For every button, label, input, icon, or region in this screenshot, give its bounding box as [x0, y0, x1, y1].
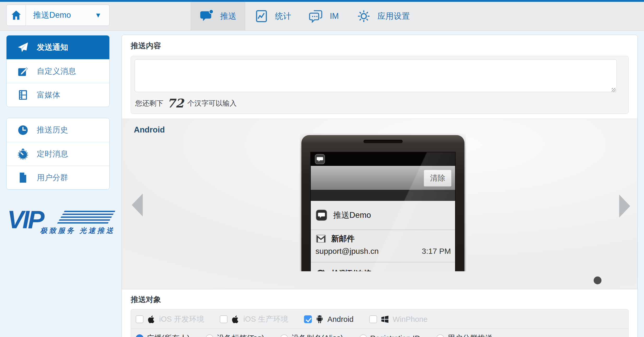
document-icon	[17, 172, 29, 184]
home-icon[interactable]	[7, 5, 26, 26]
clear-notifications-button[interactable]: 清除	[424, 170, 451, 186]
film-strip-icon	[17, 89, 29, 101]
preview-platform-label: Android	[134, 125, 165, 135]
chat-bubble-app-icon	[315, 209, 327, 221]
notification-item-new-mail[interactable]: 新邮件 support@jpush.cn 3:17 PM	[311, 230, 455, 262]
platform-checkbox-row: iOS 开发环境 iOS 生产环境 Android WinPhone	[131, 309, 628, 329]
notification-item-push-demo[interactable]: 推送Demo	[311, 201, 455, 230]
counter-prefix: 您还剩下	[135, 99, 163, 108]
top-navbar: 推送Demo ▼ 推送 统计	[0, 2, 644, 31]
audience-tag[interactable]: 设备标签(Tag)	[206, 333, 264, 337]
vip-logo: VIP 极致服务 光速推送	[7, 209, 112, 235]
push-content-fieldset: 您还剩下 72 个汉字可以输入	[131, 56, 629, 114]
push-content-input[interactable]	[135, 59, 617, 92]
tab-stats[interactable]: 统计	[245, 2, 300, 30]
android-checkbox[interactable]	[304, 315, 312, 323]
notification-item-connection[interactable]: 检测到连接	[311, 262, 455, 271]
sidebar-item-label: 定时消息	[37, 149, 68, 159]
tag-radio[interactable]	[206, 334, 213, 337]
sidebar-compose-group: 发送通知 自定义消息 富媒体	[6, 35, 110, 107]
sidebar-item-label: 富媒体	[37, 90, 60, 100]
carousel-prev-arrow[interactable]	[132, 194, 143, 216]
registration-id-radio[interactable]	[359, 334, 367, 337]
status-chat-bubble-icon	[314, 154, 325, 165]
carousel-next-arrow[interactable]	[619, 195, 630, 218]
preview-section: Android 清除 推送Demo	[122, 119, 637, 289]
notification-sender: support@jpush.cn	[315, 247, 379, 256]
push-target-section: 推送对象 iOS 开发环境 iOS 生产环境 Android	[122, 289, 637, 337]
broadcast-radio[interactable]	[136, 334, 144, 337]
user-segment-radio[interactable]	[436, 334, 444, 337]
audience-radio-row: 广播(所有人) 设备标签(Tag) 设备别名(Alias) Registrati…	[131, 329, 628, 337]
notification-title: 推送Demo	[333, 210, 371, 221]
tab-app-settings[interactable]: 应用设置	[348, 2, 419, 30]
tab-im-label: IM	[330, 11, 339, 21]
char-counter: 您还剩下 72 个汉字可以输入	[135, 97, 237, 109]
sidebar-item-custom-message[interactable]: 自定义消息	[7, 59, 109, 83]
push-target-fieldset: iOS 开发环境 iOS 生产环境 Android WinPhone	[131, 309, 629, 337]
audience-label: 用户分群推送	[447, 333, 493, 337]
counter-suffix: 个汉字可以输入	[187, 99, 237, 108]
sidebar-item-rich-media[interactable]: 富媒体	[7, 83, 109, 107]
sidebar-item-label: 自定义消息	[37, 66, 76, 77]
carousel-dot[interactable]	[594, 276, 601, 284]
audience-broadcast[interactable]: 广播(所有人)	[136, 333, 189, 337]
stats-chart-icon	[254, 9, 269, 23]
notification-list: 推送Demo 新邮件 support@jpush.cn 3:17 PM	[311, 201, 455, 271]
ios-dev-checkbox[interactable]	[136, 315, 144, 323]
platform-ios-prod[interactable]: iOS 生产环境	[220, 314, 288, 324]
audience-registration-id[interactable]: Registration ID	[359, 334, 420, 337]
sidebar-item-label: 发送通知	[37, 42, 68, 53]
tab-stats-label: 统计	[275, 11, 291, 22]
sidebar-item-send-notification[interactable]: 发送通知	[7, 35, 109, 59]
chevron-down-icon: ▼	[95, 11, 109, 19]
apple-icon	[231, 315, 240, 324]
audience-label: 设备标签(Tag)	[217, 333, 264, 337]
android-robot-icon	[315, 315, 324, 324]
vip-speed-lines	[56, 211, 115, 225]
tab-app-settings-label: 应用设置	[377, 11, 410, 22]
winphone-checkbox[interactable]	[369, 315, 377, 323]
phone-status-bar	[311, 152, 455, 166]
platform-ios-dev[interactable]: iOS 开发环境	[136, 314, 204, 324]
apple-icon	[147, 315, 156, 324]
sidebar-item-user-segment[interactable]: 用户分群	[7, 166, 109, 189]
platform-android[interactable]: Android	[304, 315, 354, 324]
counter-value: 72	[167, 97, 184, 109]
phone-bezel: 清除 推送Demo 新邮件	[301, 135, 464, 271]
platform-winphone[interactable]: WinPhone	[369, 315, 428, 324]
top-accent-strip	[0, 0, 644, 2]
platform-label: WinPhone	[393, 315, 428, 324]
edit-pencil-icon	[17, 65, 29, 77]
sidebar-tools-group: 推送历史 定时消息 用户分群	[6, 118, 110, 190]
audience-label: 广播(所有人)	[147, 333, 189, 337]
sidebar-item-push-history[interactable]: 推送历史	[7, 118, 109, 142]
notification-time: 3:17 PM	[422, 247, 451, 256]
audience-user-segment[interactable]: 用户分群推送	[436, 333, 493, 337]
notification-drawer-header: 清除	[311, 166, 455, 190]
platform-label: Android	[327, 315, 354, 324]
paper-plane-icon	[17, 41, 29, 53]
nav-tabs: 推送 统计 IM	[190, 2, 419, 30]
im-chat-icon	[309, 9, 324, 23]
push-content-section: 推送内容 您还剩下 72 个汉字可以输入	[122, 35, 637, 119]
jpush-console-page: { "topbar": { "app_name": "推送Demo" }, "n…	[0, 0, 644, 337]
tab-push[interactable]: 推送	[190, 2, 245, 30]
sidebar-item-label: 用户分群	[37, 172, 68, 183]
drawer-divider	[311, 190, 455, 201]
app-selector-label: 推送Demo	[26, 10, 95, 21]
alias-radio[interactable]	[280, 334, 288, 337]
ios-prod-checkbox[interactable]	[220, 315, 228, 323]
audience-alias[interactable]: 设备别名(Alias)	[280, 333, 343, 337]
tab-im[interactable]: IM	[300, 2, 348, 30]
vip-slogan: 极致服务 光速推送	[40, 226, 115, 235]
tab-push-label: 推送	[220, 11, 236, 22]
timer-icon	[17, 148, 29, 160]
sidebar-item-scheduled-message[interactable]: 定时消息	[7, 142, 109, 166]
platform-label: iOS 生产环境	[243, 314, 288, 324]
app-selector-dropdown[interactable]: 推送Demo ▼	[6, 4, 110, 26]
clock-history-icon	[17, 124, 29, 136]
notification-title: 检测到连接	[331, 268, 372, 271]
main-panel: 推送内容 您还剩下 72 个汉字可以输入 Android	[122, 35, 638, 337]
audience-label: Registration ID	[370, 334, 420, 337]
